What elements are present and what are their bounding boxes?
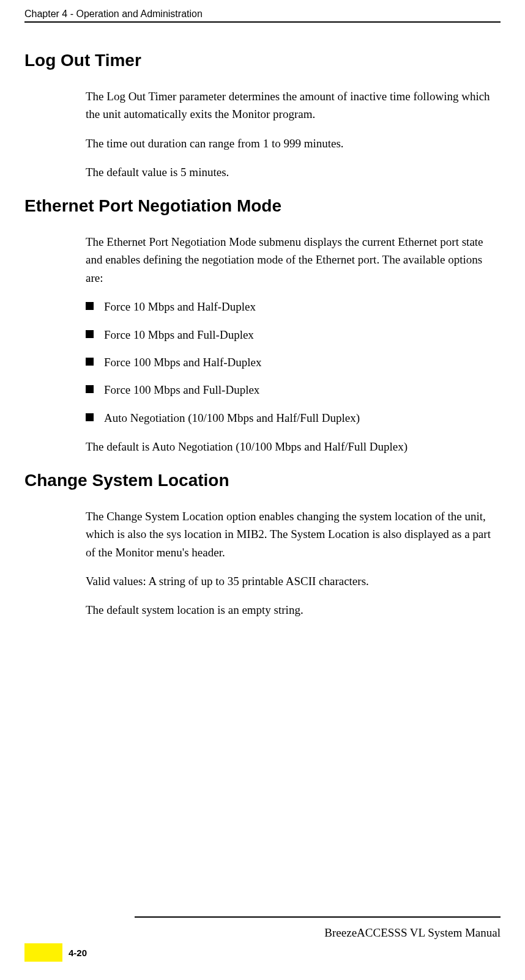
list-item: Force 100 Mbps and Half-Duplex xyxy=(86,353,498,371)
list-item: Force 100 Mbps and Full-Duplex xyxy=(86,381,498,399)
list-item: Force 10 Mbps and Half-Duplex xyxy=(86,298,498,315)
section-body-change-location: The Change System Location option enable… xyxy=(86,507,498,619)
paragraph: The Log Out Timer parameter determines t… xyxy=(86,87,498,123)
footer-rule xyxy=(135,916,501,918)
header-rule xyxy=(24,21,501,23)
paragraph: The default value is 5 minutes. xyxy=(86,163,498,181)
chapter-header: Chapter 4 - Operation and Administration xyxy=(24,9,501,20)
section-body-ethernet-port: The Ethernet Port Negotiation Mode subme… xyxy=(86,233,498,456)
paragraph: The Change System Location option enable… xyxy=(86,507,498,561)
paragraph: The Ethernet Port Negotiation Mode subme… xyxy=(86,233,498,287)
footer-page-number: 4-20 xyxy=(62,943,87,962)
section-heading-change-location: Change System Location xyxy=(24,471,501,490)
section-heading-ethernet-port: Ethernet Port Negotiation Mode xyxy=(24,196,501,216)
paragraph: The default is Auto Negotiation (10/100 … xyxy=(86,438,498,455)
footer-color-block xyxy=(24,943,62,962)
paragraph: The time out duration can range from 1 t… xyxy=(86,134,498,152)
list-item: Auto Negotiation (10/100 Mbps and Half/F… xyxy=(86,409,498,427)
list-item: Force 10 Mbps and Full-Duplex xyxy=(86,326,498,344)
bullet-list: Force 10 Mbps and Half-Duplex Force 10 M… xyxy=(86,298,498,427)
paragraph: The default system location is an empty … xyxy=(86,601,498,619)
paragraph: Valid values: A string of up to 35 print… xyxy=(86,572,498,590)
section-heading-logout-timer: Log Out Timer xyxy=(24,51,501,70)
section-body-logout-timer: The Log Out Timer parameter determines t… xyxy=(86,87,498,182)
footer-doc-title: BreezeACCESSS VL System Manual xyxy=(24,926,501,940)
page-footer: BreezeACCESSS VL System Manual 4-20 xyxy=(24,907,501,962)
